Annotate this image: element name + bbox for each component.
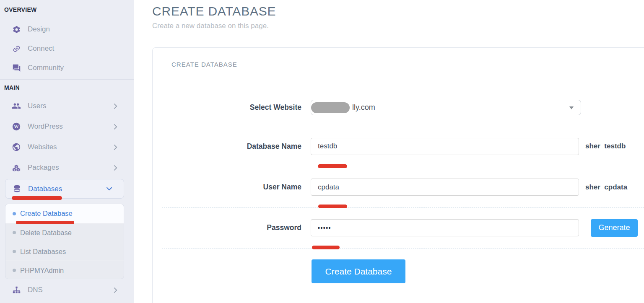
redaction-blur [311,102,350,113]
submenu-item-label: Create Database [20,210,73,218]
globe-icon [12,142,21,152]
page-subtitle: Create a new database on this page. [152,22,269,30]
sidebar-item-label: Databases [28,185,62,193]
users-icon [12,101,21,111]
sidebar-item-label: Design [28,25,50,34]
sidebar-item-connect[interactable]: Connect [0,39,134,58]
select-website-field: lly.com [311,100,581,115]
select-website-label: Select Website [162,103,301,112]
create-database-card: CREATE DATABASE Select Website lly.com [152,47,644,303]
sidebar-divider [0,79,134,80]
user-name-row: User Name sher_cpdata [162,167,644,207]
database-full-name: sher_testdb [585,142,626,150]
annotation-underline-password [312,246,340,249]
sidebar-item-design[interactable]: Design [0,20,134,39]
cubes-icon [12,163,21,172]
sitemap-icon [12,285,21,295]
website-select-value: lly.com [352,103,375,112]
sidebar-item-dns[interactable]: DNS [0,280,134,300]
sidebar: OVERVIEW Design Connect Community MAIN [0,0,134,303]
annotation-underline-databases [12,196,62,200]
password-row: Password Generate [162,207,644,248]
bullet-icon [13,250,16,253]
create-database-button[interactable]: Create Database [312,259,405,283]
password-field: Generate [311,219,638,237]
sidebar-item-websites[interactable]: Websites [0,137,134,157]
website-select[interactable]: lly.com [311,100,581,115]
select-website-row: Select Website lly.com [162,89,644,126]
user-name-input[interactable] [311,179,579,196]
password-label: Password [162,223,301,232]
user-name-label: User Name [162,183,301,192]
sidebar-item-packages[interactable]: Packages [0,158,134,177]
sidebar-item-label: Community [28,64,64,72]
sidebar-item-label: Websites [28,143,57,151]
page-title: CREATE DATABASE [152,4,276,18]
user-full-name: sher_cpdata [585,183,627,192]
password-input[interactable] [311,219,579,236]
database-name-label: Database Name [162,142,301,151]
generate-password-button[interactable]: Generate [591,219,638,237]
chevron-right-icon [114,165,117,171]
database-name-field: sher_testdb [311,138,626,155]
annotation-underline-create-database [16,221,74,224]
bullet-icon [13,269,16,272]
link-icon [12,44,21,53]
sidebar-item-label: Packages [28,163,59,172]
sidebar-section-main: MAIN [4,84,20,91]
chevron-right-icon [114,145,117,150]
database-icon [12,184,21,194]
sidebar-item-users[interactable]: Users [0,96,134,116]
submenu-item-label: PHPMYAdmin [20,267,64,275]
bullet-icon [13,231,16,234]
database-name-row: Database Name sher_testdb [162,126,644,167]
submenu-item-delete-database[interactable]: Delete Database [5,223,124,242]
chat-icon [12,63,21,73]
bullet-icon [13,212,16,215]
chevron-right-icon [114,124,117,129]
sidebar-item-community[interactable]: Community [0,58,134,78]
wordpress-icon: W [12,122,21,131]
sidebar-item-label: DNS [28,286,43,294]
chevron-right-icon [114,104,117,109]
svg-text:W: W [14,124,19,129]
submenu-item-label: List Databases [20,248,66,256]
chevron-right-icon [114,287,117,293]
card-title: CREATE DATABASE [171,61,237,68]
sidebar-item-label: Users [28,102,46,110]
row-separator [162,248,644,249]
gear-icon [12,25,21,34]
submenu-item-label: Delete Database [20,229,72,237]
submenu-item-list-databases[interactable]: List Databases [5,242,124,261]
sidebar-item-wordpress[interactable]: W WordPress [0,117,134,136]
submenu-item-create-database[interactable]: Create Database [5,204,124,223]
sidebar-item-label: WordPress [28,122,63,131]
sidebar-item-label: Connect [28,44,54,53]
databases-submenu: Create Database Delete Database List Dat… [5,204,124,279]
user-name-field: sher_cpdata [311,179,627,196]
sidebar-item-databases[interactable]: Databases [5,179,124,199]
database-name-input[interactable] [311,138,579,155]
caret-down-icon [569,106,574,109]
sidebar-section-overview: OVERVIEW [4,6,37,13]
chevron-down-icon [106,187,112,191]
main-content: CREATE DATABASE Create a new database on… [134,0,644,303]
app-root: OVERVIEW Design Connect Community MAIN [0,0,644,303]
submenu-item-phpmyadmin[interactable]: PHPMYAdmin [5,261,124,279]
